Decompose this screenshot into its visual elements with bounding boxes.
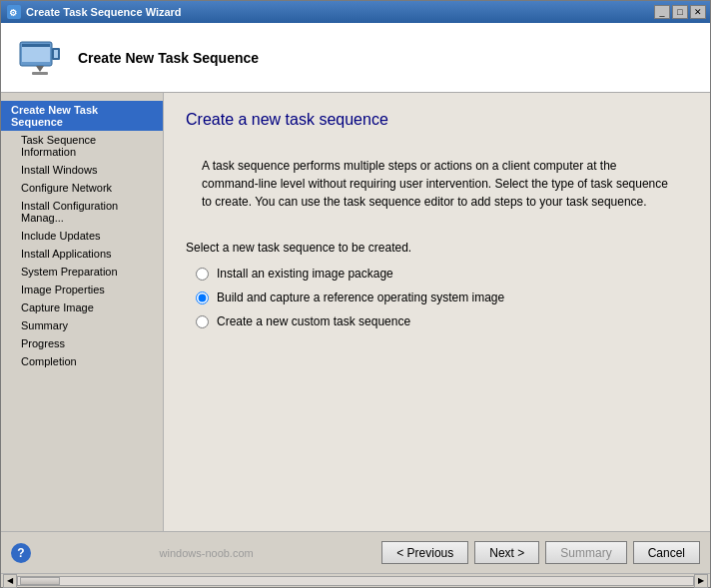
previous-button[interactable]: < Previous	[381, 541, 468, 564]
sidebar-item-summary[interactable]: Summary	[1, 316, 163, 334]
radio-input-build-capture[interactable]	[196, 292, 209, 304]
window-title: Create Task Sequence Wizard	[26, 6, 182, 18]
summary-button[interactable]: Summary	[545, 541, 626, 564]
svg-text:⚙: ⚙	[9, 8, 17, 18]
select-label: Select a new task sequence to be created…	[186, 241, 688, 255]
description-box: A task sequence performs multiple steps …	[186, 145, 688, 223]
sidebar-item-install-windows[interactable]: Install Windows	[1, 161, 163, 179]
radio-label-install-existing: Install an existing image package	[217, 267, 393, 281]
sidebar-item-configure-network[interactable]: Configure Network	[1, 179, 163, 197]
sidebar-item-completion[interactable]: Completion	[1, 352, 163, 370]
maximize-button[interactable]: □	[672, 5, 688, 19]
title-bar: ⚙ Create Task Sequence Wizard _ □ ✕	[1, 1, 710, 23]
sidebar-item-install-applications[interactable]: Install Applications	[1, 245, 163, 263]
footer-buttons: < Previous Next > Summary Cancel	[381, 541, 700, 564]
cancel-button[interactable]: Cancel	[633, 541, 700, 564]
scrollbar-area: ◀ ▶	[1, 573, 710, 587]
title-bar-left: ⚙ Create Task Sequence Wizard	[7, 5, 182, 19]
sidebar-item-system-preparation[interactable]: System Preparation	[1, 263, 163, 281]
description-text: A task sequence performs multiple steps …	[202, 159, 668, 209]
svg-rect-6	[32, 72, 48, 75]
watermark-text: windows-noob.com	[160, 547, 254, 559]
header-title: Create New Task Sequence	[78, 50, 259, 66]
sidebar-item-include-updates[interactable]: Include Updates	[1, 227, 163, 245]
radio-label-custom: Create a new custom task sequence	[217, 314, 410, 328]
content-title: Create a new task sequence	[186, 111, 688, 129]
radio-build-capture[interactable]: Build and capture a reference operating …	[196, 291, 688, 304]
radio-group: Install an existing image package Build …	[186, 267, 688, 328]
sidebar-item-image-properties[interactable]: Image Properties	[1, 281, 163, 298]
help-button[interactable]: ?	[11, 543, 31, 563]
next-button[interactable]: Next >	[474, 541, 539, 564]
radio-label-build-capture: Build and capture a reference operating …	[217, 291, 504, 304]
close-button[interactable]: ✕	[690, 5, 706, 19]
window-icon: ⚙	[7, 5, 21, 19]
scroll-left-button[interactable]: ◀	[3, 574, 17, 588]
radio-input-custom[interactable]	[196, 315, 209, 328]
scrollbar-track[interactable]	[17, 576, 694, 586]
wizard-window: ⚙ Create Task Sequence Wizard _ □ ✕ Crea…	[0, 0, 711, 588]
header-area: Create New Task Sequence	[1, 23, 710, 93]
title-bar-controls: _ □ ✕	[654, 5, 706, 19]
header-icon	[16, 34, 64, 82]
radio-install-existing[interactable]: Install an existing image package	[196, 267, 688, 281]
sidebar: Create New Task Sequence Task Sequence I…	[1, 93, 164, 531]
sidebar-item-progress[interactable]: Progress	[1, 334, 163, 352]
footer-left: ?	[11, 543, 31, 563]
main-content: Create New Task Sequence Task Sequence I…	[1, 93, 710, 531]
scroll-right-button[interactable]: ▶	[694, 574, 708, 588]
sidebar-item-install-configuration-manager[interactable]: Install Configuration Manag...	[1, 197, 163, 227]
sidebar-item-task-sequence-information[interactable]: Task Sequence Information	[1, 131, 163, 161]
radio-input-install-existing[interactable]	[196, 268, 209, 281]
sidebar-item-capture-image[interactable]: Capture Image	[1, 298, 163, 316]
svg-rect-8	[54, 50, 58, 58]
svg-marker-5	[36, 66, 44, 72]
minimize-button[interactable]: _	[654, 5, 670, 19]
scrollbar-thumb[interactable]	[20, 577, 60, 585]
content-area: Create a new task sequence A task sequen…	[164, 93, 710, 531]
radio-custom[interactable]: Create a new custom task sequence	[196, 314, 688, 328]
svg-rect-4	[22, 44, 50, 47]
footer-area: ? windows-noob.com < Previous Next > Sum…	[1, 531, 710, 573]
sidebar-section-header[interactable]: Create New Task Sequence	[1, 101, 163, 131]
